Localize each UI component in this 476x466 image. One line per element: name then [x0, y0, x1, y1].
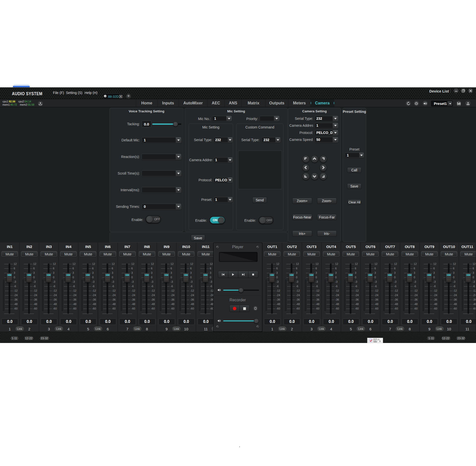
svg-text:五: 五: [374, 339, 377, 342]
